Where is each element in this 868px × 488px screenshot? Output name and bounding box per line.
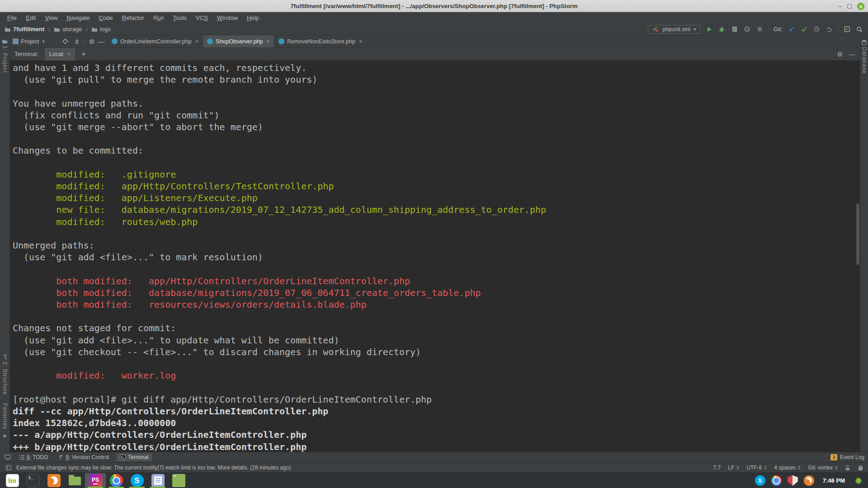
menu-item-refactor[interactable]: Refactor bbox=[118, 14, 149, 21]
menu-item-window[interactable]: Window bbox=[212, 14, 242, 21]
editor-tab-RemoveNonExitsStore.php[interactable]: RemoveNonExitsStore.php× bbox=[274, 35, 367, 47]
stripe-item-project[interactable]: 1: Project bbox=[2, 39, 8, 73]
terminal-settings-gear-icon[interactable]: ⚙ bbox=[837, 51, 843, 57]
hide-panel-icon[interactable]: — bbox=[98, 38, 104, 45]
status-panel-icon bbox=[5, 464, 13, 472]
settings-gear-icon[interactable]: ⚙ bbox=[89, 38, 94, 45]
tab-row: Project ▼ ⚙ — OrderLineItemContr bbox=[10, 35, 860, 48]
inspections-hector-icon[interactable] bbox=[858, 465, 863, 471]
toolwindow-terminal[interactable]: Terminal bbox=[116, 453, 152, 461]
skype-tray-icon[interactable]: S bbox=[755, 475, 765, 486]
status-widget-4-spaces[interactable]: 4 spaces bbox=[774, 465, 801, 471]
shield-tray-icon[interactable] bbox=[788, 475, 798, 486]
center-column: Project ▼ ⚙ — OrderLineItemContr bbox=[10, 35, 860, 452]
menu-item-edit[interactable]: Edit bbox=[21, 14, 40, 21]
taskbar-phpstorm[interactable]: PS bbox=[85, 473, 106, 488]
terminal-line: both modified: app/Http/Controllers/Orde… bbox=[13, 275, 860, 287]
status-message-link[interactable]: More details. bbox=[217, 465, 249, 471]
chrome-icon bbox=[110, 474, 123, 487]
taskbar-text-editor[interactable] bbox=[147, 473, 168, 488]
menu-item-vcs[interactable]: VCS bbox=[191, 14, 212, 21]
close-icon[interactable]: × bbox=[359, 38, 363, 45]
terminal-line bbox=[13, 228, 860, 239]
git-commit-button[interactable] bbox=[800, 25, 808, 33]
editor-tab-label: OrderLineItemController.php bbox=[120, 38, 192, 45]
run-configuration-select[interactable]: phpunit.xml ▼ bbox=[648, 25, 700, 34]
project-panel-header[interactable]: Project ▼ ⚙ — bbox=[10, 35, 108, 47]
taskbar-chrome[interactable] bbox=[106, 473, 127, 488]
editor-tab-OrderLineItemController.php[interactable]: OrderLineItemController.php× bbox=[108, 35, 203, 47]
skype-icon: S bbox=[131, 474, 144, 487]
status-widget-lf[interactable]: LF bbox=[728, 465, 739, 471]
toolwindow-todo[interactable]: 6: TODO bbox=[15, 453, 52, 461]
taskbar-clock[interactable]: 7:46 PM bbox=[823, 477, 845, 484]
minimize-button[interactable]: – bbox=[839, 3, 842, 9]
terminal-hide-icon[interactable]: — bbox=[849, 51, 855, 57]
close-button[interactable]: x bbox=[857, 3, 864, 10]
taskbar-file-manager[interactable] bbox=[64, 473, 85, 488]
event-log[interactable]: 3 Event Log bbox=[830, 454, 864, 460]
maximize-button[interactable] bbox=[847, 4, 852, 9]
rollback-button[interactable] bbox=[825, 25, 833, 33]
debug-button[interactable] bbox=[718, 25, 726, 33]
event-log-badge: 3 bbox=[830, 454, 837, 460]
status-widget-7-7[interactable]: 7:7 bbox=[713, 465, 721, 471]
terminal-title: Terminal: bbox=[14, 51, 38, 57]
breadcrumb-item-logs[interactable]: logs bbox=[91, 26, 111, 33]
terminal-line bbox=[13, 133, 860, 145]
orange-app-icon bbox=[47, 474, 61, 487]
stripe-item-structure[interactable]: 2: Structure bbox=[2, 354, 8, 395]
locate-file-icon[interactable] bbox=[61, 38, 69, 46]
status-widget-git-vortex[interactable]: Git: vortex bbox=[808, 465, 838, 471]
status-message: External file changes sync may be slow: … bbox=[16, 465, 291, 471]
menu-item-run[interactable]: Run bbox=[149, 14, 169, 21]
lock-icon[interactable] bbox=[845, 465, 850, 471]
stripe-item-favorites[interactable]: Favorites ★ bbox=[2, 401, 8, 439]
terminal-tab-local[interactable]: Local × bbox=[45, 48, 75, 61]
breadcrumb-item-7fulfillment[interactable]: 7fulfillment bbox=[5, 26, 44, 33]
history-button[interactable] bbox=[812, 25, 821, 33]
search-everywhere-button[interactable] bbox=[855, 25, 863, 33]
terminal-line: Changes not staged for commit: bbox=[13, 322, 860, 334]
window-title: 7fulfillment [/var/www/html/7fulfillment… bbox=[0, 3, 868, 9]
terminal-line: diff --cc app/Http/Controllers/OrderLine… bbox=[13, 405, 860, 417]
editor-tab-ShopObserver.php[interactable]: ShopObserver.php× bbox=[203, 35, 274, 47]
taskbar-green-window[interactable] bbox=[168, 473, 189, 488]
status-widget-utf-8[interactable]: UTF-8 bbox=[746, 465, 767, 471]
run-anything-button[interactable] bbox=[843, 25, 851, 33]
system-tray: S 7:46 PM bbox=[755, 473, 866, 488]
close-icon[interactable]: × bbox=[267, 38, 270, 45]
close-icon[interactable]: × bbox=[195, 38, 199, 45]
menu-item-help[interactable]: Help bbox=[242, 14, 264, 21]
menu-item-navigate[interactable]: Navigate bbox=[62, 14, 94, 21]
new-terminal-session-button[interactable]: + bbox=[81, 50, 85, 58]
menu-item-file[interactable]: File bbox=[3, 14, 21, 21]
close-icon[interactable]: × bbox=[67, 51, 71, 57]
status-widget-label: 4 spaces bbox=[774, 465, 796, 471]
taskbar-skype[interactable]: S bbox=[127, 473, 147, 488]
terminal-scrollbar[interactable] bbox=[856, 203, 859, 265]
menu-item-view[interactable]: View bbox=[40, 14, 62, 21]
stripe-item-database[interactable]: Database bbox=[861, 40, 868, 74]
chrome-tray-icon[interactable] bbox=[771, 475, 782, 486]
terminal-output[interactable]: and have 1 and 3 different commits each,… bbox=[10, 61, 860, 452]
editor-tab-label: RemoveNonExitsStore.php bbox=[287, 38, 355, 45]
taskbar-mint-menu[interactable]: lm bbox=[2, 473, 23, 488]
tool-window-switcher-icon[interactable] bbox=[4, 453, 12, 461]
stripe-label-favorites: Favorites bbox=[2, 403, 8, 429]
toolwindow-version-control[interactable]: 9: Version Control bbox=[56, 453, 113, 461]
taskbar-terminal-app[interactable]: $_ bbox=[23, 473, 43, 488]
collapse-all-icon[interactable] bbox=[73, 38, 81, 46]
menu-item-tools[interactable]: Tools bbox=[169, 14, 191, 21]
breadcrumb-item-storage[interactable]: storage bbox=[54, 26, 82, 33]
taskbar-orange-app[interactable] bbox=[43, 473, 64, 488]
orange-tray-icon[interactable] bbox=[804, 475, 814, 486]
terminal-line: Unmerged paths: bbox=[13, 239, 860, 251]
run-button[interactable] bbox=[705, 25, 713, 33]
menu-item-code[interactable]: Code bbox=[94, 14, 118, 21]
profiler-button[interactable] bbox=[743, 25, 751, 33]
status-green-dot-icon[interactable] bbox=[855, 478, 862, 484]
run-with-coverage-button[interactable] bbox=[731, 25, 739, 33]
git-update-button[interactable] bbox=[787, 25, 795, 33]
folder-icon bbox=[54, 27, 60, 32]
